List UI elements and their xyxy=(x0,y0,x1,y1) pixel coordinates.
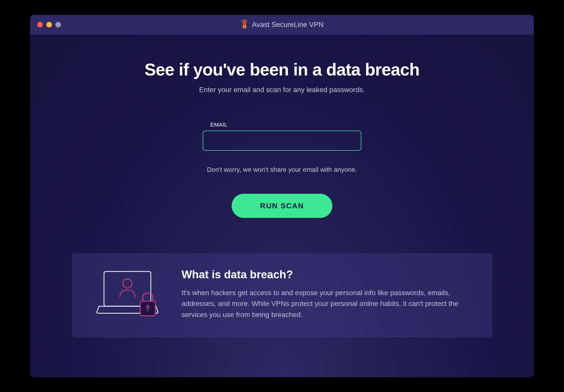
window-controls xyxy=(37,22,61,27)
avast-icon xyxy=(240,20,249,30)
info-heading: What is data breach? xyxy=(182,268,476,281)
email-field-wrapper: EMAIL xyxy=(203,122,361,151)
email-input[interactable] xyxy=(203,131,361,151)
data-breach-illustration-icon xyxy=(96,269,161,319)
page-heading: See if you've been in a data breach xyxy=(145,60,419,79)
svg-point-2 xyxy=(123,279,132,288)
app-window: Avast SecureLine VPN See if you've been … xyxy=(30,15,534,377)
run-scan-button[interactable]: RUN SCAN xyxy=(232,194,332,218)
titlebar: Avast SecureLine VPN xyxy=(30,15,534,34)
svg-point-1 xyxy=(244,26,245,27)
titlebar-title-group: Avast SecureLine VPN xyxy=(240,20,324,30)
scan-form: EMAIL Don't worry, we won't share your e… xyxy=(203,122,361,218)
app-title: Avast SecureLine VPN xyxy=(252,21,324,29)
main-content: See if you've been in a data breach Ente… xyxy=(30,34,534,338)
info-text-group: What is data breach? It's when hackers g… xyxy=(182,268,476,320)
info-body: It's when hackers get access to and expo… xyxy=(182,287,476,320)
email-label: EMAIL xyxy=(210,122,361,128)
info-panel: What is data breach? It's when hackers g… xyxy=(72,253,492,338)
privacy-reassurance-text: Don't worry, we won't share your email w… xyxy=(207,166,357,174)
close-window-button[interactable] xyxy=(37,22,43,27)
maximize-window-button[interactable] xyxy=(55,22,61,27)
minimize-window-button[interactable] xyxy=(46,22,52,27)
page-subheading: Enter your email and scan for any leaked… xyxy=(199,86,365,94)
